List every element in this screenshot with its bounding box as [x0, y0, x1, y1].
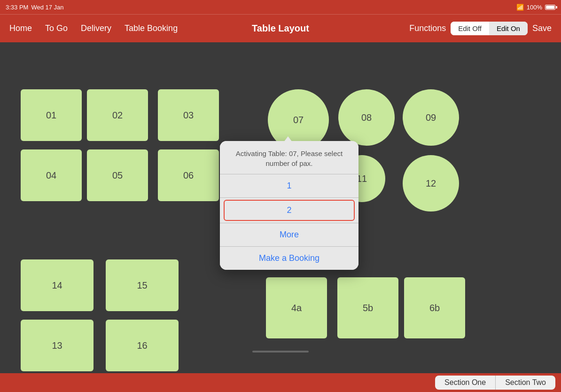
battery-icon [545, 5, 555, 10]
table-16[interactable]: 16 [106, 320, 179, 371]
edit-off-button[interactable]: Edit Off [451, 22, 489, 35]
nav-bar: Home To Go Delivery Table Booking Table … [0, 14, 561, 42]
table-06[interactable]: 06 [158, 149, 219, 201]
pax-option-2[interactable]: 2 [224, 200, 355, 221]
date: Wed 17 Jan [31, 4, 63, 11]
status-bar: 3:33 PM Wed 17 Jan 📶 100% [0, 0, 561, 14]
make-booking-option[interactable]: Make a Booking [220, 247, 358, 270]
table-04[interactable]: 04 [21, 149, 82, 201]
nav-delivery[interactable]: Delivery [81, 24, 111, 33]
main-area: 010203040506141513164a5b6b0708091112 Act… [0, 42, 561, 373]
section-two-button[interactable]: Section Two [496, 376, 555, 390]
table-6b[interactable]: 6b [404, 277, 465, 338]
table-12[interactable]: 12 [403, 155, 459, 212]
table-02[interactable]: 02 [87, 89, 148, 141]
scroll-indicator [252, 351, 309, 353]
table-03[interactable]: 03 [158, 89, 219, 141]
pax-selection-popup: Activating Table: 07, Please select numb… [220, 141, 358, 270]
save-button[interactable]: Save [532, 24, 552, 33]
status-bar-right: 📶 100% [516, 4, 555, 11]
nav-right: Functions Edit Off Edit On Save [409, 22, 552, 35]
table-01[interactable]: 01 [21, 89, 82, 141]
nav-home[interactable]: Home [9, 24, 32, 33]
table-13[interactable]: 13 [21, 320, 94, 371]
section-one-button[interactable]: Section One [435, 376, 496, 390]
table-4a[interactable]: 4a [266, 277, 327, 338]
time: 3:33 PM [6, 4, 28, 11]
table-09[interactable]: 09 [403, 89, 459, 146]
table-08[interactable]: 08 [338, 89, 395, 146]
pax-option-more[interactable]: More [220, 223, 358, 246]
nav-table-booking[interactable]: Table Booking [125, 24, 178, 33]
battery-percent: 100% [527, 4, 542, 11]
edit-on-button[interactable]: Edit On [489, 22, 528, 35]
bottom-bar: Section One Section Two [0, 373, 561, 392]
table-05[interactable]: 05 [87, 149, 148, 201]
table-14[interactable]: 14 [21, 259, 94, 311]
popup-header: Activating Table: 07, Please select numb… [220, 141, 358, 174]
nav-to-go[interactable]: To Go [45, 24, 68, 33]
status-bar-left: 3:33 PM Wed 17 Jan [6, 4, 64, 11]
popup-divider-2 [220, 197, 358, 198]
pax-option-1[interactable]: 1 [220, 174, 358, 197]
page-title: Table Layout [252, 23, 309, 34]
wifi-icon: 📶 [516, 4, 524, 11]
edit-toggle: Edit Off Edit On [451, 22, 528, 35]
table-15[interactable]: 15 [106, 259, 179, 311]
functions-label[interactable]: Functions [409, 24, 446, 33]
table-5b[interactable]: 5b [337, 277, 398, 338]
nav-left: Home To Go Delivery Table Booking [9, 24, 409, 33]
popup-arrow [282, 136, 294, 144]
